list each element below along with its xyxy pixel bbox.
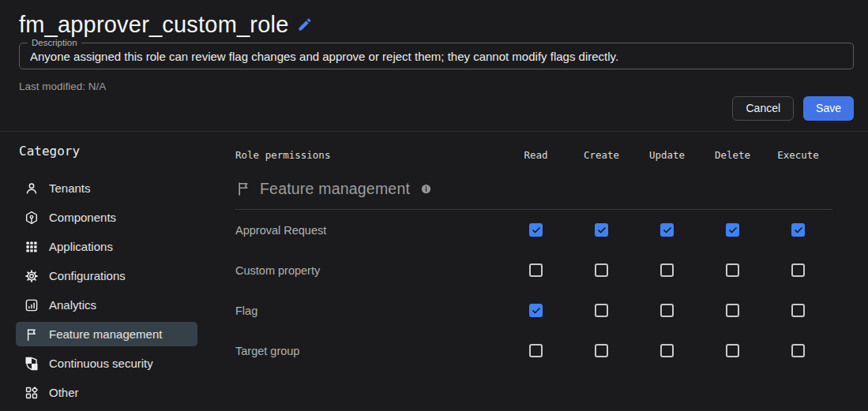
sidebar-item-label: Other [49,386,79,399]
role-permissions-label: Role permissions [235,149,503,162]
permission-row-target-group: Target group [235,331,832,371]
page-title: fm_approver_custom_role [19,11,288,38]
sidebar-item-label: Feature management [49,327,162,341]
column-header-create: Create [569,149,634,162]
sidebar-item-tenants[interactable]: Tenants [16,176,197,200]
sidebar-item-label: Applications [49,240,113,253]
checkbox-cell [700,304,765,317]
sidebar-item-analytics[interactable]: Analytics [16,293,197,317]
permissions-panel: Role permissions ReadCreateUpdateDeleteE… [235,144,832,409]
sidebar-item-label: Components [49,211,116,224]
checkbox-delete-target-group[interactable] [726,344,739,357]
checkbox-read-custom-property[interactable] [529,263,543,277]
permissions-rows: Approval Request Custom property Flag Ta… [235,210,832,371]
sidebar-item-applications[interactable]: Applications [16,234,197,259]
check-icon [532,306,541,316]
checkbox-cell [503,304,569,317]
checkbox-read-flag[interactable] [529,304,543,317]
sidebar-item-continuous-security[interactable]: Continuous security [16,351,197,376]
category-heading: Category [16,144,197,159]
checkbox-read-approval-request[interactable] [529,223,543,237]
save-button[interactable]: Save [803,96,854,121]
section-header-feature-management: Feature management [235,178,832,199]
checkbox-cell [700,344,765,357]
cancel-button[interactable]: Cancel [732,96,794,121]
flag-icon [235,181,251,196]
checkbox-cell [503,223,569,237]
role-editor-header: fm_approver_custom_role Description Last… [0,0,868,121]
checkbox-update-custom-property[interactable] [660,263,674,277]
checkbox-execute-custom-property[interactable] [791,263,805,277]
shield-icon [24,357,39,371]
checkbox-delete-custom-property[interactable] [726,263,739,277]
checkbox-read-target-group[interactable] [529,344,543,357]
permission-row-label: Custom property [235,264,503,277]
checkbox-cell [569,223,634,237]
column-header-update: Update [634,149,700,162]
checkbox-cell [634,344,700,357]
checkbox-execute-flag[interactable] [791,304,805,317]
sidebar-item-configurations[interactable]: Configurations [16,263,197,288]
last-modified-text: Last modified: N/A [19,80,854,93]
checkbox-create-flag[interactable] [595,304,608,317]
checkbox-update-flag[interactable] [660,304,674,317]
checkbox-cell [765,304,831,317]
sidebar-item-feature-management[interactable]: Feature management [16,322,197,346]
check-icon [728,226,738,235]
permission-row-label: Flag [235,305,503,317]
checkbox-execute-approval-request[interactable] [791,223,805,237]
checkbox-delete-flag[interactable] [726,304,739,317]
title-row: fm_approver_custom_role [19,11,854,38]
description-field-label: Description [28,37,81,48]
check-icon [597,226,607,235]
category-list: Tenants Components Applications Configur… [16,176,197,409]
sidebar-item-label: Configurations [49,269,126,282]
permission-row-flag: Flag [235,290,832,331]
main-area: Category Tenants Components Applications… [0,132,868,409]
info-icon[interactable] [420,183,432,195]
action-buttons: Cancel Save [19,96,854,121]
sidebar-item-label: Tenants [49,181,91,195]
checkbox-cell [569,304,634,317]
column-header-execute: Execute [765,149,831,162]
checkbox-cell [765,263,831,277]
checkbox-delete-approval-request[interactable] [726,223,739,237]
sidebar-item-label: Continuous security [49,357,153,370]
sidebar-item-components[interactable]: Components [16,205,197,230]
checkbox-cell [700,223,765,237]
checkbox-cell [634,304,700,317]
checkbox-cell [700,263,765,277]
checkbox-cell [503,263,569,277]
pencil-icon [297,17,313,32]
role-permissions-page: fm_approver_custom_role Description Last… [0,0,868,411]
checkbox-create-target-group[interactable] [595,344,608,357]
checkbox-cell [634,263,700,277]
checkbox-cell [569,263,634,277]
component-icon [24,211,39,225]
check-icon [532,226,541,235]
flag-icon [24,327,39,342]
permission-row-label: Target group [235,345,503,357]
sidebar-item-label: Analytics [49,298,96,312]
checkbox-cell [765,223,831,237]
column-header-delete: Delete [700,149,765,162]
sidebar-item-other[interactable]: Other [16,380,197,405]
permission-row-approval-request: Approval Request [235,210,832,250]
permission-row-label: Approval Request [235,224,503,237]
permissions-table-header: Role permissions ReadCreateUpdateDeleteE… [235,149,832,162]
checkbox-create-custom-property[interactable] [595,263,608,277]
analytics-icon [24,298,39,312]
category-sidebar: Category Tenants Components Applications… [16,144,197,409]
edit-title-button[interactable] [297,17,313,32]
other-grid-icon [24,386,39,400]
checkbox-create-approval-request[interactable] [595,223,608,237]
column-header-read: Read [503,149,569,162]
checkbox-cell [569,344,634,357]
section-title: Feature management [260,180,410,198]
description-input[interactable] [20,50,853,63]
checkbox-update-approval-request[interactable] [660,223,674,237]
checkbox-update-target-group[interactable] [660,344,674,357]
checkbox-cell [503,344,569,357]
checkbox-execute-target-group[interactable] [791,344,805,357]
gear-icon [24,269,39,283]
